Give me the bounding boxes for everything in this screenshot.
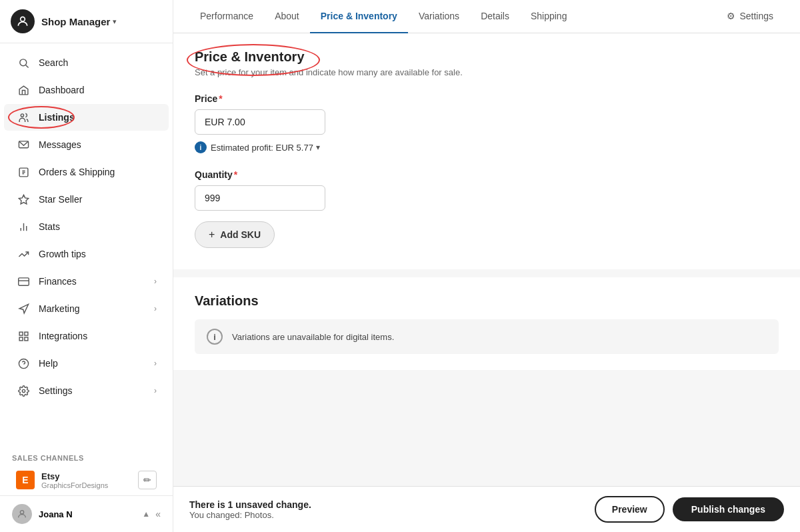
sidebar-label-settings: Settings xyxy=(39,385,154,396)
etsy-logo: E xyxy=(16,471,35,489)
unsaved-sub-text: You changed: Photos. xyxy=(189,510,595,520)
svg-rect-13 xyxy=(18,277,29,285)
price-input[interactable] xyxy=(195,109,325,135)
help-icon xyxy=(16,356,31,371)
add-sku-button[interactable]: + Add SKU xyxy=(195,221,275,248)
svg-rect-15 xyxy=(19,332,23,335)
integrations-icon xyxy=(16,329,31,343)
sidebar-item-finances[interactable]: Finances › xyxy=(4,268,169,295)
sidebar-label-search: Search xyxy=(39,57,157,68)
quantity-label: Quantity* xyxy=(195,169,779,180)
sidebar-item-integrations[interactable]: Integrations xyxy=(4,323,169,349)
tab-shipping[interactable]: Shipping xyxy=(520,0,578,33)
etsy-shop-name: GraphicsForDesigns xyxy=(41,481,138,489)
marketing-arrow-icon: › xyxy=(154,304,157,313)
marketing-icon xyxy=(16,301,31,316)
profit-chevron-icon[interactable]: ▾ xyxy=(316,143,320,152)
sidebar-label-stats: Stats xyxy=(39,221,157,232)
tab-performance[interactable]: Performance xyxy=(189,0,264,33)
etsy-name: Etsy xyxy=(41,471,138,481)
sidebar-item-help[interactable]: Help › xyxy=(4,350,169,377)
sidebar: Shop Manager ▾ Search Dashboard xyxy=(0,0,173,532)
sidebar-label-star-seller: Star Seller xyxy=(39,194,157,205)
svg-line-2 xyxy=(25,65,28,67)
sidebar-item-dashboard[interactable]: Dashboard xyxy=(4,77,169,103)
sidebar-label-marketing: Marketing xyxy=(39,303,154,314)
sidebar-item-growth[interactable]: Growth tips xyxy=(4,241,169,267)
preview-button[interactable]: Preview xyxy=(595,496,665,523)
main-content: Performance About Price & Inventory Vari… xyxy=(173,0,800,532)
svg-point-3 xyxy=(21,113,23,116)
finances-arrow-icon: › xyxy=(154,277,157,286)
settings-tab-gear-icon: ⚙ xyxy=(727,11,735,21)
sidebar-label-help: Help xyxy=(39,358,154,369)
sidebar-item-settings[interactable]: Settings › xyxy=(4,377,169,404)
shop-manager-header[interactable]: Shop Manager ▾ xyxy=(0,0,173,43)
add-sku-plus-icon: + xyxy=(209,229,215,241)
sidebar-item-orders[interactable]: Orders & Shipping xyxy=(4,159,169,185)
tab-about[interactable]: About xyxy=(264,0,310,33)
svg-marker-9 xyxy=(19,195,28,203)
sidebar-item-star-seller[interactable]: Star Seller xyxy=(4,186,169,213)
sidebar-nav: Search Dashboard Li xyxy=(0,43,173,449)
sidebar-item-marketing[interactable]: Marketing › xyxy=(4,295,169,322)
help-arrow-icon: › xyxy=(154,359,157,368)
variations-card: Variations i Variations are unavailable … xyxy=(173,277,800,370)
finances-icon xyxy=(16,274,31,289)
svg-rect-17 xyxy=(19,337,23,340)
tab-variations[interactable]: Variations xyxy=(408,0,470,33)
user-up-arrow-icon: ▲ xyxy=(142,509,150,519)
search-icon xyxy=(16,55,31,70)
sidebar-footer[interactable]: Joana N ▲ « xyxy=(0,495,173,532)
shop-manager-title: Shop Manager xyxy=(41,16,110,27)
growth-icon xyxy=(16,247,31,261)
svg-point-1 xyxy=(19,59,26,65)
settings-arrow-icon: › xyxy=(154,386,157,395)
etsy-channel[interactable]: E Etsy GraphicsForDesigns ✏ xyxy=(4,465,169,495)
sidebar-item-search[interactable]: Search xyxy=(4,49,169,76)
quantity-input[interactable] xyxy=(195,185,325,211)
stats-icon xyxy=(16,219,31,234)
sidebar-item-stats[interactable]: Stats xyxy=(4,213,169,240)
profit-info-icon: i xyxy=(195,141,207,153)
svg-point-21 xyxy=(22,389,25,392)
sidebar-label-orders: Orders & Shipping xyxy=(39,167,157,177)
unsaved-main-text: There is 1 unsaved change. xyxy=(189,499,595,510)
message-icon xyxy=(16,137,31,152)
sidebar-collapse-icon[interactable]: « xyxy=(155,509,161,519)
star-icon xyxy=(16,192,31,207)
tab-settings[interactable]: ⚙ Settings xyxy=(716,0,784,33)
sidebar-item-messages[interactable]: Messages xyxy=(4,131,169,158)
variations-info-icon: i xyxy=(207,329,223,345)
price-label: Price* xyxy=(195,93,779,104)
estimated-profit-text: Estimated profit: EUR 5.77 xyxy=(211,143,313,153)
variations-info-text: Variations are unavailable for digital i… xyxy=(232,332,394,342)
price-inventory-title-wrap: Price & Inventory xyxy=(195,49,305,65)
user-name: Joana N xyxy=(39,509,142,519)
sidebar-item-listings[interactable]: Listings xyxy=(4,104,169,131)
svg-point-22 xyxy=(20,511,23,514)
unsaved-changes-text: There is 1 unsaved change. You changed: … xyxy=(189,499,595,520)
tab-price-inventory[interactable]: Price & Inventory xyxy=(310,0,408,33)
sidebar-label-messages: Messages xyxy=(39,139,157,150)
tab-details[interactable]: Details xyxy=(470,0,520,33)
publish-changes-button[interactable]: Publish changes xyxy=(673,497,784,521)
sidebar-label-growth: Growth tips xyxy=(39,249,157,259)
quantity-required-star: * xyxy=(234,169,237,180)
svg-point-0 xyxy=(21,17,25,21)
bottom-bar: There is 1 unsaved change. You changed: … xyxy=(173,486,800,532)
price-inventory-card: Price & Inventory Set a price for your i… xyxy=(173,33,800,269)
sidebar-label-integrations: Integrations xyxy=(39,331,157,341)
sidebar-label-listings: Listings xyxy=(39,112,157,123)
shop-icon xyxy=(11,9,35,33)
price-inventory-subtitle: Set a price for your item and indicate h… xyxy=(195,67,779,77)
shop-caret-icon: ▾ xyxy=(113,17,117,26)
settings-sidebar-icon xyxy=(16,383,31,398)
sidebar-label-finances: Finances xyxy=(39,276,154,287)
content-area: Price & Inventory Set a price for your i… xyxy=(173,33,800,486)
variations-info-banner: i Variations are unavailable for digital… xyxy=(195,319,779,354)
sales-channels-label: SALES CHANNELS xyxy=(0,449,173,465)
etsy-edit-button[interactable]: ✏ xyxy=(138,471,157,489)
orders-icon xyxy=(16,165,31,179)
home-icon xyxy=(16,83,31,97)
